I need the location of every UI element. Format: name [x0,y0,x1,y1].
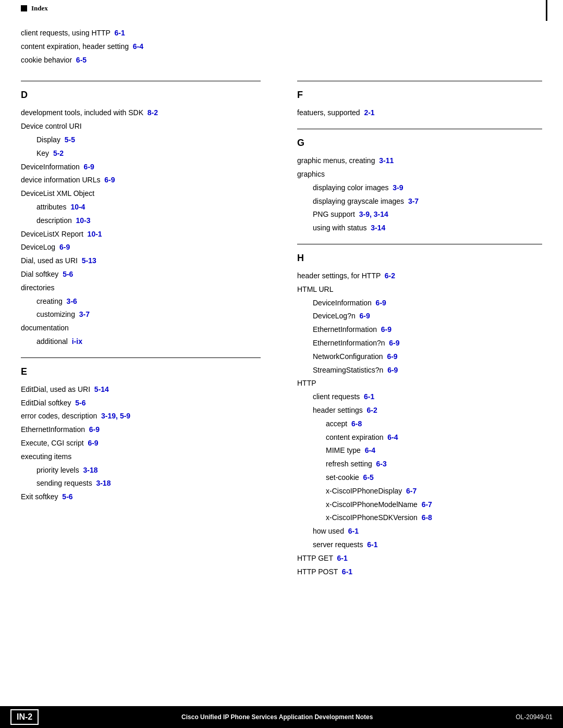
entry-link[interactable]: 6-9 [104,176,115,184]
section-divider-h [297,244,542,244]
entry-link[interactable]: 6-4 [365,446,375,454]
list-item: DeviceLog 6-9 [21,241,261,254]
entry-link[interactable]: 6-1 [342,567,352,576]
entry-link[interactable]: 2-1 [364,108,374,117]
list-item: DeviceList XML Object [21,188,261,200]
list-item: header settings 6-2 [297,404,542,417]
entry-link[interactable]: 5-6 [75,399,85,407]
section-header-g: G [297,138,542,149]
entry-link[interactable]: 3-11 [379,156,394,165]
entry-link[interactable]: 6-9 [59,243,70,251]
entry-link[interactable]: 6-1 [337,554,348,562]
list-item: how used 6-1 [297,525,542,538]
entry-link[interactable]: 6-9 [387,366,398,374]
page-number: IN-2 [10,709,39,725]
list-item: displaying grayscale images 3-7 [297,195,542,208]
list-item: HTTP POST 6-1 [297,566,542,578]
entry-link[interactable]: 6-9 [381,325,391,334]
entry-link[interactable]: 6-1 [367,540,377,549]
entry-link[interactable]: 6-4 [387,433,398,441]
list-item: Display 5-5 [21,134,261,146]
entry-link[interactable]: 3-6 [67,297,77,305]
list-item: accept 6-8 [297,418,542,430]
list-item: EthernetInformation 6-9 [297,324,542,336]
list-item: featuers, supported 2-1 [297,107,542,119]
list-item: NetworkConfiguration 6-9 [297,351,542,363]
entry-link[interactable]: 5-14 [94,385,109,393]
list-item: HTTP GET 6-1 [297,552,542,565]
list-item: Dial, used as URI 5-13 [21,255,261,267]
section-divider-f [297,81,542,81]
index-square-icon [21,5,27,11]
list-item: displaying color images 3-9 [297,182,542,194]
entry-link[interactable]: i-ix [72,337,82,346]
entry-link[interactable]: 6-9 [89,425,100,434]
entry-link[interactable]: 8-2 [148,108,158,117]
list-item: creating 3-6 [21,295,261,308]
entry-link[interactable]: 3-9 [393,183,403,192]
entry-link[interactable]: 3-7 [79,310,90,318]
bottom-right-text: OL-20949-01 [516,713,553,721]
list-item: cookie behavior 6-5 [21,54,542,67]
entry-link[interactable]: 6-5 [76,56,87,64]
entry-link[interactable]: 6-1 [364,392,374,401]
list-item: DeviceInformation 6-9 [297,297,542,310]
entry-link[interactable]: 6-2 [385,272,395,280]
entry-link[interactable]: 3-14 [371,224,385,232]
entry-link[interactable]: 6-3 [376,460,387,468]
entry-link[interactable]: 6-4 [133,42,143,51]
entry-link[interactable]: 6-8 [351,419,362,428]
entry-link[interactable]: 6-1 [114,29,125,37]
list-item: executing items [21,451,261,463]
bottom-bar-left: IN-2 [10,709,39,725]
page-container: Index client requests, using HTTP 6-1 co… [0,0,563,728]
list-item: PNG support 3-9, 3-14 [297,208,542,221]
entry-link[interactable]: 6-9 [88,439,98,447]
entry-link[interactable]: 6-9 [389,339,399,347]
list-item: set-cookie 6-5 [297,472,542,484]
section-divider-e [21,357,261,358]
right-column: F featuers, supported 2-1 G graphic menu… [292,71,542,579]
entry-link[interactable]: 6-2 [367,406,377,414]
entry-link[interactable]: 10-1 [88,230,102,238]
list-item: Key 5-2 [21,147,261,160]
list-item: refresh setting 6-3 [297,458,542,471]
section-divider-g [297,129,542,129]
section-header-e: E [21,366,261,377]
entry-link[interactable]: 6-8 [422,513,432,522]
list-item: graphics [297,168,542,181]
list-item: EthernetInformation?n 6-9 [297,337,542,350]
entry-link[interactable]: 6-9 [376,299,386,307]
entry-link[interactable]: 6-5 [363,473,374,482]
entry-link[interactable]: 3-18 [83,466,97,474]
entry-link[interactable]: 5-6 [63,270,73,278]
list-item: header settings, for HTTP 6-2 [297,270,542,282]
entry-link[interactable]: 3-18 [96,479,111,487]
list-item: description 10-3 [21,215,261,227]
entry-link[interactable]: 5-6 [62,492,72,501]
index-label: Index [21,4,48,13]
section-divider-d [21,81,261,81]
list-item: MIME type 6-4 [297,445,542,457]
entry-link[interactable]: 5-5 [65,135,75,144]
section-header-h: H [297,253,542,264]
entry-link[interactable]: 3-19, 5-9 [101,412,130,420]
entry-link[interactable]: 6-9 [360,312,370,320]
entry-link[interactable]: 5-13 [82,256,96,265]
list-item: content expiration 6-4 [297,431,542,444]
entry-link[interactable]: 5-2 [53,149,64,157]
entry-link[interactable]: 6-9 [84,163,94,171]
entry-link[interactable]: 6-9 [387,352,397,361]
entry-link[interactable]: 6-7 [406,487,417,495]
entry-link[interactable]: 10-4 [70,203,85,211]
entry-link[interactable]: 6-7 [422,500,432,509]
entry-link[interactable]: 3-9, 3-14 [359,210,388,218]
list-item: device information URLs 6-9 [21,174,261,187]
content-area: client requests, using HTTP 6-1 content … [0,17,563,610]
section-header-f: F [297,90,542,101]
entry-link[interactable]: 6-1 [348,527,359,535]
entry-link[interactable]: 3-7 [408,197,419,205]
list-item: directories [21,282,261,294]
entry-link[interactable]: 10-3 [76,216,90,225]
bottom-center-text: Cisco Unified IP Phone Services Applicat… [39,713,516,721]
